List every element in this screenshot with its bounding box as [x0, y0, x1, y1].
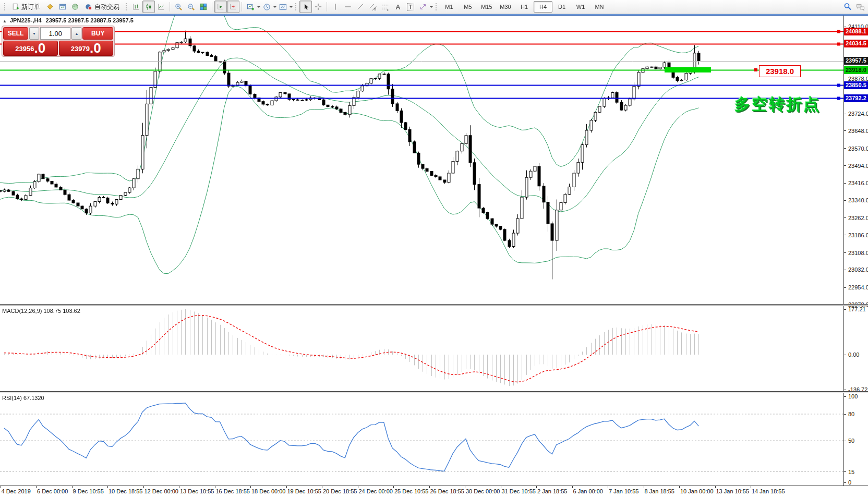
price-level-flag[interactable]: 23918.0 [759, 65, 801, 77]
signals-button[interactable] [69, 1, 81, 13]
zoom-out-icon [187, 3, 195, 11]
price-badge: 23792.2 [844, 94, 868, 102]
candlestick-chart-icon [145, 3, 152, 10]
price-tick-label: 23262.0 [848, 215, 868, 222]
timeframe-button-mn[interactable]: MN [590, 1, 609, 13]
timeframe-button-m15[interactable]: M15 [477, 1, 496, 13]
template-icon [279, 3, 287, 11]
tile-windows-button[interactable] [197, 1, 210, 13]
chat-icon [856, 3, 865, 11]
timeframe-button-m1[interactable]: M1 [440, 1, 459, 13]
add-indicator-button[interactable] [244, 1, 257, 13]
time-tick-mark [465, 486, 465, 488]
charts-window-button[interactable] [56, 1, 69, 13]
symbol-header: ▲ JPN225-,H4 23957.5 23987.5 23887.5 239… [3, 17, 134, 23]
timeframe-button-w1[interactable]: W1 [571, 1, 590, 13]
timeframe-button-m5[interactable]: M5 [459, 1, 477, 13]
time-tick-mark [286, 486, 287, 488]
horizontal-line-tool[interactable] [342, 1, 354, 13]
arrows-dropdown[interactable] [430, 6, 433, 9]
price-tick-label: 23032.0 [848, 266, 868, 273]
rsi-tick-label: 50 [848, 438, 868, 444]
channel-icon: E [369, 3, 377, 11]
sell-price[interactable]: 23956 .0 [3, 41, 58, 56]
line-chart-button[interactable] [155, 1, 167, 13]
price-tick-label: 23186.0 [848, 232, 868, 239]
time-axis-label: 24 Dec 00:00 [359, 488, 393, 494]
sell-button[interactable]: SELL [3, 27, 28, 40]
text-label-tool[interactable]: T [404, 1, 417, 13]
toolbar-grip[interactable] [125, 3, 128, 11]
timeframe-button-h4[interactable]: H4 [534, 1, 552, 13]
cursor-button[interactable] [299, 1, 312, 13]
community-chat-button[interactable] [854, 1, 866, 13]
macd-pane-separator[interactable] [0, 304, 868, 306]
macd-tick-label: 0.00 [848, 351, 868, 358]
price-tick-mark [843, 27, 846, 27]
timeframe-button-h1[interactable]: H1 [515, 1, 534, 13]
buy-price[interactable]: 23979 .0 [59, 41, 114, 56]
new-order-icon [12, 3, 19, 10]
time-tick-mark [608, 486, 608, 488]
price-tick-mark [843, 287, 846, 288]
crosshair-button[interactable] [312, 1, 324, 13]
toolbar-separator [327, 2, 327, 11]
crosshair-icon [315, 3, 322, 10]
toolbar-grip[interactable] [435, 3, 438, 11]
bar-chart-button[interactable] [130, 1, 142, 13]
auto-trading-button[interactable]: 自动交易 [81, 1, 123, 13]
templates-dropdown[interactable] [290, 6, 293, 9]
timeframe-button-d1[interactable]: D1 [552, 1, 571, 13]
rsi-pane-canvas[interactable] [0, 393, 843, 486]
text-tool-icon: A [395, 3, 400, 11]
zoom-out-button[interactable] [185, 1, 197, 13]
line-chart-icon [158, 3, 165, 10]
periods-button[interactable] [260, 1, 273, 13]
volume-increase-button[interactable]: ▲ [71, 27, 81, 40]
fibonacci-icon: F [382, 3, 390, 11]
macd-tick-label: 177.21 [848, 306, 868, 313]
macd-tick-mark [843, 309, 846, 310]
trendline-tool[interactable] [354, 1, 367, 13]
support-zone-highlight[interactable] [665, 67, 711, 72]
rsi-tick-mark [843, 396, 846, 397]
price-tick-label: 23570.0 [848, 146, 868, 152]
new-order-button[interactable]: 新订单 [8, 1, 44, 13]
toolbar-grip[interactable] [295, 3, 297, 11]
price-tick-label: 23416.0 [848, 180, 868, 187]
market-watch-button[interactable] [44, 1, 56, 13]
toolbar-grip[interactable] [4, 3, 6, 11]
time-tick-mark [1, 486, 1, 488]
search-button[interactable] [841, 1, 854, 13]
price-chart-canvas[interactable] [0, 16, 843, 304]
text-tool[interactable]: A [392, 1, 404, 13]
candlestick-chart-button[interactable] [142, 1, 155, 13]
add-indicator-icon [247, 3, 255, 11]
time-tick-mark [572, 486, 573, 488]
templates-button[interactable] [276, 1, 289, 13]
zoom-in-button[interactable] [172, 1, 185, 13]
time-axis-label: 19 Dec 10:55 [287, 488, 321, 494]
horizontal-line-icon [344, 3, 352, 10]
auto-trading-icon [85, 3, 92, 10]
buy-button[interactable]: BUY [82, 27, 113, 40]
volume-decrease-button[interactable]: ▼ [29, 27, 39, 40]
fibonacci-tool[interactable]: F [379, 1, 392, 13]
price-badge: 24088.1 [844, 28, 868, 35]
time-tick-mark [250, 486, 251, 488]
symbol-collapse-icon[interactable]: ▲ [3, 19, 7, 23]
timeframe-button-m30[interactable]: M30 [496, 1, 515, 13]
rsi-pane-separator[interactable] [0, 391, 868, 393]
arrows-tool[interactable] [417, 1, 429, 13]
price-badge: 23918.0 [844, 66, 868, 74]
channel-tool[interactable]: E [367, 1, 379, 13]
macd-pane-canvas[interactable] [0, 306, 843, 391]
volume-input[interactable]: 1.00 [40, 27, 70, 40]
time-axis-label: 8 Jan 18:55 [645, 488, 675, 494]
auto-scroll-button[interactable] [214, 1, 227, 13]
hline-anchor-handle[interactable] [754, 68, 757, 71]
price-badge: 24034.5 [844, 40, 868, 47]
chart-shift-button[interactable] [227, 1, 239, 13]
chinese-annotation[interactable]: 多空转折点 [734, 94, 821, 115]
vertical-line-tool[interactable] [329, 1, 342, 13]
